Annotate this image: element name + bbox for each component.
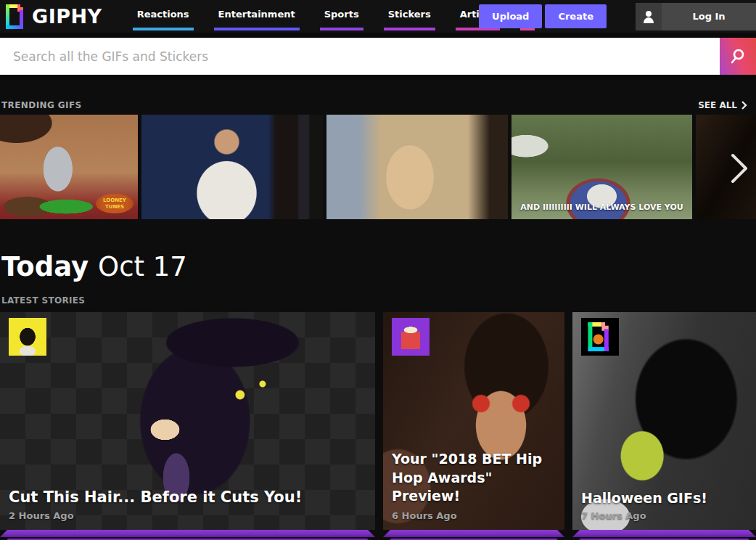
nav-entertainment[interactable]: Entertainment — [214, 0, 300, 33]
nav-label: Stickers — [388, 9, 431, 20]
see-all-link[interactable]: SEE ALL — [698, 100, 747, 110]
story-avatar[interactable] — [9, 318, 46, 356]
story-avatar[interactable] — [581, 318, 619, 356]
giphy-logo-icon — [6, 4, 26, 29]
story-timestamp: 2 Hours Ago — [9, 510, 368, 521]
nav-label: Entertainment — [218, 9, 295, 20]
nav-sports[interactable]: Sports — [320, 0, 363, 33]
giphy-logo[interactable]: GIPHY — [6, 4, 102, 29]
gif-caption: AND IIIIIIIIII WILL ALWAYS LOVE YOU — [511, 202, 692, 212]
trending-gif-chef[interactable] — [141, 115, 323, 219]
trending-title: TRENDING GIFS — [1, 100, 82, 110]
header: GIPHY Reactions Entertainment Sports Sti… — [0, 0, 756, 33]
upload-button[interactable]: Upload — [479, 4, 542, 28]
story-stack-bar — [572, 530, 756, 537]
giphy-home-page: GIPHY Reactions Entertainment Sports Sti… — [0, 0, 756, 540]
story-artwork: Halloween GIFs! 7 Hours Ago — [572, 312, 756, 530]
chevron-right-icon — [730, 152, 749, 184]
story-meta: Halloween GIFs! 7 Hours Ago — [581, 490, 749, 521]
story-card-cut-this-hair[interactable]: Cut This Hair... Before it Cuts You! 2 H… — [0, 312, 375, 540]
header-actions: Upload Create Log In — [479, 0, 756, 33]
create-button[interactable]: Create — [545, 4, 607, 28]
today-word: Today — [1, 251, 89, 282]
search-input[interactable] — [0, 38, 720, 75]
carousel-next-button[interactable] — [727, 151, 752, 186]
user-icon — [636, 3, 662, 30]
account-login[interactable]: Log In — [636, 3, 756, 30]
nav-label: Sports — [324, 9, 359, 20]
trending-header: TRENDING GIFS SEE ALL — [1, 100, 747, 110]
login-label: Log In — [662, 3, 756, 30]
nav-reactions[interactable]: Reactions — [133, 0, 194, 33]
search-button[interactable] — [720, 38, 756, 75]
chevron-right-icon — [741, 101, 747, 110]
story-meta: Cut This Hair... Before it Cuts You! 2 H… — [9, 488, 368, 521]
today-heading: Today Oct 17 — [1, 251, 187, 282]
nav-stickers[interactable]: Stickers — [384, 0, 435, 33]
story-timestamp: 7 Hours Ago — [581, 510, 749, 521]
search-bar — [0, 33, 756, 80]
story-artwork: Cut This Hair... Before it Cuts You! 2 H… — [0, 312, 375, 530]
story-card-bet-awards[interactable]: Your "2018 BET Hip Hop Awards" Preview! … — [383, 312, 564, 540]
trending-gif-bugs-bunny[interactable]: LOONEY TUNES — [0, 115, 138, 219]
story-title: Halloween GIFs! — [581, 490, 749, 506]
story-stack-bar — [383, 530, 564, 537]
story-card-halloween[interactable]: Halloween GIFs! 7 Hours Ago — [572, 312, 756, 540]
trending-gif-blonde-woman[interactable] — [326, 115, 508, 219]
nav-label: Reactions — [137, 9, 189, 20]
main-nav: Reactions Entertainment Sports Stickers … — [133, 0, 535, 33]
story-meta: Your "2018 BET Hip Hop Awards" Preview! … — [392, 450, 557, 521]
trending-carousel: LOONEY TUNES AND IIIIIIIIII WILL ALWAYS … — [0, 115, 756, 219]
trending-gif-love-you[interactable]: AND IIIIIIIIII WILL ALWAYS LOVE YOU — [511, 115, 692, 219]
looney-tunes-badge: LOONEY TUNES — [96, 194, 133, 213]
logo-wordmark: GIPHY — [32, 5, 102, 28]
story-title: Cut This Hair... Before it Cuts You! — [9, 488, 368, 506]
story-cards: Cut This Hair... Before it Cuts You! 2 H… — [0, 312, 756, 540]
nav-underline — [384, 28, 435, 30]
story-artwork: Your "2018 BET Hip Hop Awards" Preview! … — [383, 312, 564, 530]
story-timestamp: 6 Hours Ago — [392, 510, 557, 521]
nav-underline — [320, 28, 363, 30]
nav-underline — [133, 28, 194, 30]
latest-stories-label: LATEST STORIES — [1, 295, 85, 306]
nav-underline — [214, 28, 300, 30]
search-icon — [729, 48, 747, 65]
story-stack-bar — [0, 530, 375, 537]
today-date: Oct 17 — [98, 251, 187, 282]
story-title: Your "2018 BET Hip Hop Awards" Preview! — [392, 450, 544, 506]
giphy-pumpkin-icon — [588, 322, 612, 351]
story-avatar[interactable] — [392, 318, 430, 356]
